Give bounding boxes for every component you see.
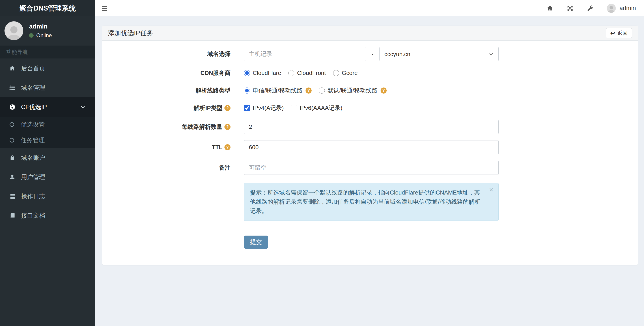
question-circle-icon[interactable]: ? [224,124,230,130]
sidebar-item-cf-preferred-ip[interactable]: CF优选IP [0,97,95,117]
sidebar-item-label: 接口文档 [21,212,45,220]
globe-icon [8,104,16,110]
field-label: 域名选择 [102,50,230,58]
sidebar-section-header: 功能导航 [0,46,95,59]
remark-input[interactable] [244,161,498,175]
radio-cloudfront[interactable]: CloudFront [288,70,326,77]
sidebar-item-domain-accounts[interactable]: 域名账户 [0,148,95,167]
avatar [607,4,616,13]
radio-label: CloudFlare [253,70,281,77]
lock-icon [8,154,16,161]
app-logo[interactable]: 聚合DNS管理系统 [0,0,95,16]
checkbox-ipv6[interactable]: IPv6(AAAA记录) [291,104,342,112]
checkbox-ipv4[interactable]: IPv4(A记录) [244,104,284,112]
main-content: 添加优选IP任务 ↩ 返回 域名选择 · cccyun.cn [95,0,644,265]
radio-default-lines[interactable]: 默认/联通/移动线路 ? [319,87,386,94]
user-menu[interactable]: admin [607,4,636,13]
sidebar-item-user-management[interactable]: 用户管理 [0,167,95,187]
ttl-input[interactable] [244,140,498,154]
field-label: 每线路解析数量 [182,123,222,131]
sidebar-item-label: 任务管理 [20,136,45,144]
form-row-ttl: TTL ? [102,140,638,154]
wrench-icon[interactable] [587,5,594,12]
list-icon [8,84,16,91]
user-name: admin [29,23,52,30]
domain-select[interactable]: cccyun.cn [380,47,498,61]
user-icon [8,174,16,180]
sidebar-item-label: 操作日志 [21,192,45,200]
question-circle-icon[interactable]: ? [306,87,312,94]
sidebar-item-task-management[interactable]: 任务管理 [0,132,95,148]
alert-prefix: 提示： [250,189,268,196]
radio-label: Gcore [342,70,358,77]
checkbox-label: IPv4(A记录) [253,104,284,112]
radio-input[interactable] [244,87,250,94]
chevron-down-icon [80,104,86,110]
circle-icon [8,137,16,143]
submit-row: 提交 [244,236,638,249]
sidebar-user-panel: admin Online [0,16,95,46]
radio-input[interactable] [288,70,294,76]
radio-label: CloudFront [297,70,326,77]
field-label: TTL [212,144,222,151]
sidebar-item-api-docs[interactable]: 接口文档 [0,206,95,225]
sidebar-item-label: 域名管理 [21,84,45,92]
radio-input[interactable] [244,70,250,76]
sidebar-item-domain-management[interactable]: 域名管理 [0,78,95,97]
field-label: 解析线路类型 [102,87,230,94]
radio-input[interactable] [333,70,339,76]
sidebar-item-label: 域名账户 [21,154,45,162]
home-icon [8,65,16,72]
task-form: 域名选择 · cccyun.cn CDN服务商 [102,41,638,263]
radio-cloudflare[interactable]: CloudFlare [244,70,281,77]
question-circle-icon[interactable]: ? [224,144,230,150]
app-title: 聚合DNS管理系统 [20,4,76,13]
domain-separator: · [366,50,380,58]
add-task-panel: 添加优选IP任务 ↩ 返回 域名选择 · cccyun.cn [102,26,638,265]
host-record-input[interactable] [244,47,366,61]
checkbox-input[interactable] [244,105,250,111]
panel-header: 添加优选IP任务 ↩ 返回 [102,26,638,41]
sidebar-item-dashboard[interactable]: 后台首页 [0,59,95,78]
sidebar: 聚合DNS管理系统 admin Online 功能导航 后台首页 域名管理 [0,0,95,326]
question-circle-icon[interactable]: ? [380,87,386,94]
radio-label: 电信/联通/移动线路 [253,87,302,94]
sidebar-item-label: 优选设置 [20,120,45,128]
fullscreen-icon[interactable] [566,5,574,12]
radio-label: 默认/联通/移动线路 [328,87,377,94]
radio-input[interactable] [319,87,325,94]
sidebar-item-operation-logs[interactable]: 操作日志 [0,187,95,206]
topbar: admin [95,0,644,16]
home-icon[interactable] [546,5,554,12]
book-icon [8,213,16,219]
sidebar-menu: 后台首页 域名管理 CF优选IP 优选设置 [0,59,95,225]
field-label: 解析IP类型 [194,104,222,112]
sidebar-item-label: 后台首页 [21,64,45,72]
radio-gcore[interactable]: Gcore [333,70,358,77]
checkbox-label: IPv6(AAAA记录) [300,104,342,112]
sidebar-item-label: 用户管理 [21,173,45,181]
field-label: 备注 [102,164,230,172]
user-avatar [4,21,23,40]
back-button-label: 返回 [617,30,628,37]
topbar-username: admin [619,5,636,12]
submit-button[interactable]: 提交 [244,236,268,249]
online-status-icon [29,33,34,38]
form-row-records-per-line: 每线路解析数量 ? [102,120,638,134]
info-alert: 提示：所选域名需保留一个默认线路的解析记录，指向CloudFlare提供的CNA… [244,183,498,221]
form-row-remark: 备注 [102,161,638,175]
page-title: 添加优选IP任务 [108,29,153,38]
records-per-line-input[interactable] [244,120,498,134]
radio-isp-lines[interactable]: 电信/联通/移动线路 ? [244,87,312,94]
form-row-cdn-provider: CDN服务商 CloudFlare CloudFront Gcore [102,67,638,79]
reply-arrow-icon: ↩ [610,30,615,36]
sidebar-item-preferred-settings[interactable]: 优选设置 [0,117,95,132]
user-status: Online [29,32,52,39]
form-row-ip-type: 解析IP类型 ? IPv4(A记录) IPv6(AAAA记录) [102,102,638,113]
sidebar-toggle-icon[interactable] [102,3,115,14]
close-icon[interactable]: × [489,186,494,193]
back-button[interactable]: ↩ 返回 [606,28,632,38]
question-circle-icon[interactable]: ? [224,105,230,111]
list-icon [8,193,16,200]
checkbox-input[interactable] [291,105,297,111]
